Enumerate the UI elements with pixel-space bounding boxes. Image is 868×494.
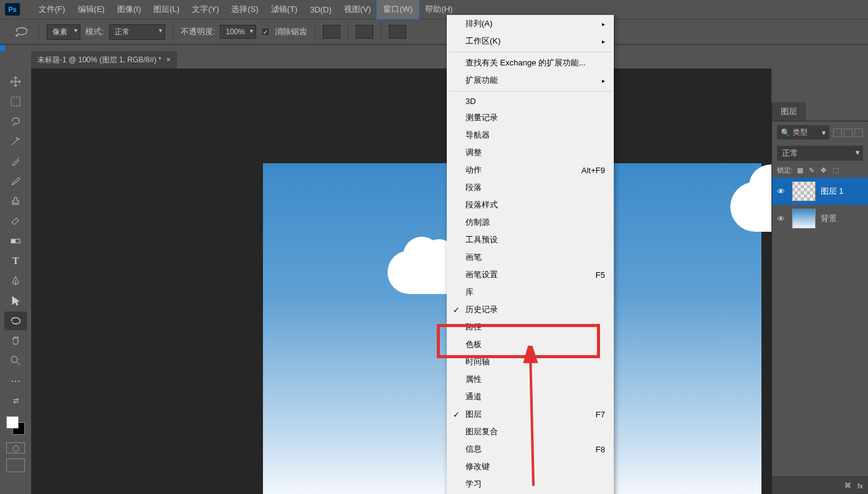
pen-tool[interactable] (4, 272, 27, 290)
layers-panel: 图层 🔍 类型 ▾ 正常 锁定: ▦ ✎ ✥ ⬚ 👁 图层 1 👁 背景 ⌘ f… (771, 102, 868, 494)
layer-thumbnail[interactable] (792, 209, 816, 229)
window-menu-item[interactable]: 段落样式 (447, 196, 614, 214)
zoom-tool[interactable] (4, 351, 27, 370)
window-menu-item[interactable]: 路径 (447, 318, 614, 336)
toolbar-more[interactable]: ⋯ (4, 371, 27, 390)
layer-filter-icons[interactable] (833, 128, 863, 137)
layer-row[interactable]: 👁 图层 1 (772, 178, 868, 205)
color-swatch[interactable] (6, 416, 25, 435)
menu-item-label: 3D (465, 97, 476, 106)
window-menu-item[interactable]: ✓历史记录 (447, 301, 614, 318)
svg-rect-2 (11, 239, 16, 243)
menu-item-label: 测量记录 (465, 112, 498, 123)
shape-tool[interactable] (4, 311, 27, 330)
menu-item-label: 信息 (465, 444, 482, 455)
marquee-tool[interactable] (4, 92, 27, 111)
lasso-tool[interactable] (4, 112, 27, 131)
screen-mode-button[interactable] (6, 458, 25, 472)
blend-mode-dropdown[interactable]: 正常 (109, 24, 165, 40)
menu-filter[interactable]: 滤镜(T) (265, 0, 304, 19)
layers-panel-footer: ⌘ fx (772, 477, 868, 494)
lock-move-icon[interactable]: ✥ (819, 166, 828, 175)
window-menu-item[interactable]: 导航器 (447, 126, 614, 144)
submenu-arrow-icon: ▸ (602, 77, 605, 84)
move-tool[interactable] (4, 72, 27, 91)
window-menu-item[interactable]: 仿制源 (447, 214, 614, 231)
layer-visibility-icon[interactable]: 👁 (777, 187, 787, 196)
window-menu-item[interactable]: 3D (447, 93, 614, 109)
menu-type[interactable]: 文字(Y) (186, 0, 225, 19)
wand-tool[interactable] (4, 132, 27, 151)
brush-tool[interactable] (4, 172, 27, 191)
window-menu-item[interactable]: 库 (447, 283, 614, 301)
layer-name[interactable]: 背景 (821, 213, 837, 224)
layer-blend-mode[interactable]: 正常 (777, 146, 863, 161)
current-tool-icon[interactable] (12, 24, 31, 39)
lock-artboard-icon[interactable]: ⬚ (831, 166, 840, 175)
stamp-tool[interactable] (4, 192, 27, 211)
window-menu-item[interactable]: 工具预设 (447, 231, 614, 249)
menu-shortcut: F8 (596, 445, 605, 454)
menu-shortcut: F7 (596, 410, 605, 419)
quick-mask-button[interactable]: ◯ (6, 442, 25, 454)
menu-item-label: 仿制源 (465, 217, 490, 228)
window-menu-item[interactable]: 段落 (447, 179, 614, 196)
layer-visibility-icon[interactable]: 👁 (777, 214, 787, 224)
menu-window[interactable]: 窗口(W) (377, 0, 419, 19)
window-menu-item[interactable]: 测量记录 (447, 109, 614, 126)
menu-3d[interactable]: 3D(D) (303, 1, 338, 18)
window-menu-item[interactable]: 画笔 (447, 249, 614, 266)
lock-pixels-icon[interactable]: ▦ (795, 166, 804, 175)
menu-item-label: 库 (465, 287, 474, 298)
menu-item-label: 扩展功能 (465, 75, 498, 86)
menu-file[interactable]: 文件(F) (32, 0, 72, 19)
edit-toolbar[interactable]: ⇄ (4, 391, 27, 410)
layer-lock-row: 锁定: ▦ ✎ ✥ ⬚ (772, 163, 868, 178)
antialias-checkbox[interactable]: ✓ (261, 27, 270, 36)
layer-name[interactable]: 图层 1 (821, 186, 844, 197)
align-btn-1[interactable] (323, 25, 340, 39)
window-menu-item[interactable]: 画笔设置F5 (447, 266, 614, 283)
menu-layer[interactable]: 图层(L) (147, 0, 186, 19)
menu-item-label: 查找有关 Exchange 的扩展功能... (465, 57, 586, 69)
menu-view[interactable]: 视图(V) (338, 0, 377, 19)
hand-tool[interactable] (4, 331, 27, 350)
menu-item-label: 段落样式 (465, 199, 498, 211)
shape-mode-dropdown[interactable]: 像素 (47, 24, 80, 40)
window-menu-item[interactable]: 工作区(K)▸ (447, 32, 614, 50)
layer-fx-icon[interactable]: fx (857, 482, 863, 490)
window-menu-item[interactable]: 调整 (447, 144, 614, 161)
layer-row[interactable]: 👁 背景 (772, 205, 868, 232)
document-title: 未标题-1 @ 100% (图层 1, RGB/8#) * (37, 55, 161, 65)
window-menu-item[interactable]: 排列(A)▸ (447, 15, 614, 32)
path-select-tool[interactable] (4, 292, 27, 310)
app-logo: Ps (5, 3, 20, 16)
close-document-icon[interactable]: × (166, 55, 171, 64)
gradient-tool[interactable] (4, 232, 27, 250)
menu-image[interactable]: 图像(I) (111, 0, 147, 19)
window-menu-item[interactable]: 扩展功能▸ (447, 72, 614, 89)
lock-label: 锁定: (777, 166, 793, 175)
window-menu-item[interactable]: 查找有关 Exchange 的扩展功能... (447, 54, 614, 72)
layers-tab[interactable]: 图层 (772, 102, 806, 121)
menu-item-label: 学习 (465, 478, 482, 490)
menu-item-label: 画笔设置 (465, 269, 498, 280)
align-btn-2[interactable] (356, 25, 373, 39)
menu-separator (449, 52, 611, 52)
document-tab[interactable]: 未标题-1 @ 100% (图层 1, RGB/8#) * × (31, 51, 177, 69)
svg-point-3 (11, 356, 17, 363)
options-bar: 像素 模式: 正常 不透明度: 100% ✓ 消除锯齿 (0, 19, 868, 45)
link-layers-icon[interactable]: ⌘ (844, 482, 851, 490)
layer-filter-type[interactable]: 🔍 类型 ▾ (777, 125, 829, 140)
lock-brush-icon[interactable]: ✎ (807, 166, 816, 175)
eyedropper-tool[interactable] (4, 152, 27, 171)
type-tool[interactable]: T (4, 252, 27, 270)
eraser-tool[interactable] (4, 212, 27, 230)
window-menu-item[interactable]: 动作Alt+F9 (447, 161, 614, 179)
menu-edit[interactable]: 编辑(E) (72, 0, 111, 19)
search-icon: 🔍 (781, 128, 790, 137)
align-btn-3[interactable] (389, 25, 406, 39)
opacity-dropdown[interactable]: 100% (220, 25, 256, 39)
menu-select[interactable]: 选择(S) (225, 0, 264, 19)
layer-thumbnail[interactable] (792, 181, 816, 201)
